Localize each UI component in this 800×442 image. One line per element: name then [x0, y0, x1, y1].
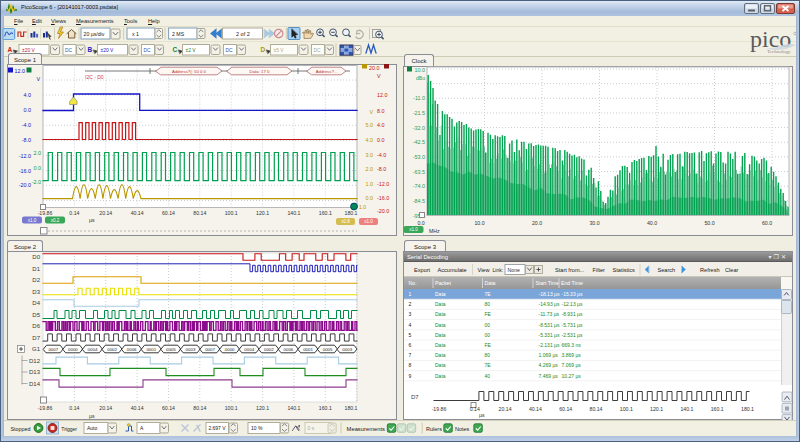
svg-text:5.0: 5.0	[366, 122, 374, 128]
svg-text:DC: DC	[226, 48, 234, 53]
svg-text:I2C - D0: I2C - D0	[85, 74, 104, 80]
svg-text:-11.73 µs: -11.73 µs	[539, 311, 560, 317]
svg-text:0002: 0002	[107, 347, 117, 352]
svg-text:7.069 µs: 7.069 µs	[562, 362, 582, 368]
svg-text:±5 V: ±5 V	[274, 48, 285, 53]
svg-text:40.14: 40.14	[131, 405, 144, 411]
svg-text:12.0: 12.0	[377, 92, 388, 98]
svg-text:D7: D7	[411, 394, 419, 400]
svg-text:DC: DC	[314, 48, 322, 53]
svg-text:0.14: 0.14	[69, 210, 79, 216]
svg-text:V: V	[377, 73, 381, 79]
svg-text:Trigger: Trigger	[61, 426, 77, 432]
svg-text:Rulers: Rulers	[426, 426, 442, 432]
svg-text:160.1: 160.1	[319, 210, 332, 216]
svg-text:x1.0: x1.0	[409, 227, 418, 232]
svg-text:180.1: 180.1	[741, 406, 754, 412]
svg-text:Accumulate: Accumulate	[438, 267, 467, 273]
svg-text:140.1: 140.1	[287, 210, 300, 216]
svg-text:40.14: 40.14	[131, 210, 144, 216]
svg-text:120.1: 120.1	[650, 406, 663, 412]
svg-text:-74.0: -74.0	[413, 183, 425, 189]
svg-text:-19.86: -19.86	[38, 210, 53, 216]
svg-text:MHz: MHz	[429, 228, 440, 234]
svg-text:8.0: 8.0	[377, 108, 385, 114]
svg-text:8: 8	[409, 362, 412, 368]
svg-text:-5.731 µs: -5.731 µs	[562, 322, 583, 328]
svg-text:-21.5: -21.5	[413, 110, 425, 116]
svg-text:Data: Data	[435, 301, 446, 307]
svg-text:140.1: 140.1	[287, 405, 300, 411]
svg-text:D6: D6	[32, 323, 40, 329]
svg-text:60.14: 60.14	[162, 405, 175, 411]
svg-text:0.0: 0.0	[24, 107, 32, 113]
svg-text:D3: D3	[32, 289, 40, 295]
svg-text:Packet: Packet	[435, 280, 451, 286]
svg-text:Refresh: Refresh	[700, 267, 720, 273]
svg-text:0002: 0002	[264, 347, 274, 352]
svg-text:0000: 0000	[225, 347, 235, 352]
svg-text:3.0: 3.0	[366, 152, 374, 158]
svg-text:End Time: End Time	[561, 280, 583, 286]
svg-text:-8.931 µs: -8.931 µs	[562, 311, 583, 317]
svg-text:Data: Data	[435, 291, 446, 297]
svg-text:0.14: 0.14	[69, 405, 79, 411]
svg-text:Data: 17 0: Data: 17 0	[250, 69, 270, 74]
svg-text:120.1: 120.1	[256, 210, 269, 216]
svg-text:FE: FE	[485, 311, 492, 317]
svg-text:Statistics: Statistics	[613, 267, 636, 273]
svg-text:DC: DC	[144, 48, 152, 53]
svg-text:20.14: 20.14	[499, 406, 512, 412]
svg-text:Export: Export	[414, 267, 431, 273]
svg-text:D0: D0	[32, 254, 40, 260]
svg-text:Data: Data	[435, 322, 446, 328]
svg-text:80.14: 80.14	[590, 406, 603, 412]
svg-text:0.0: 0.0	[34, 165, 42, 171]
svg-text:-14.93 µs: -14.93 µs	[539, 301, 560, 307]
svg-text:0003: 0003	[342, 347, 352, 352]
svg-text:20.0: 20.0	[532, 220, 542, 226]
svg-text:00: 00	[485, 322, 491, 328]
svg-text:0.0: 0.0	[366, 195, 374, 201]
svg-text:60.0: 60.0	[762, 220, 772, 226]
svg-text:D7: D7	[32, 335, 40, 341]
svg-text:80: 80	[485, 352, 491, 358]
svg-text:160.1: 160.1	[711, 406, 724, 412]
svg-text:60.14: 60.14	[162, 210, 175, 216]
svg-text:0001: 0001	[146, 347, 156, 352]
svg-text:0004: 0004	[244, 347, 254, 352]
svg-text:0.0: 0.0	[417, 220, 424, 226]
svg-text:D: D	[261, 46, 266, 53]
svg-text:00: 00	[485, 332, 491, 338]
svg-text:-2.531 µs: -2.531 µs	[562, 332, 583, 338]
svg-text:-5.331 µs: -5.331 µs	[539, 332, 560, 338]
svg-text:V: V	[36, 76, 40, 82]
svg-text:B: B	[88, 46, 93, 53]
svg-text:10.0: 10.0	[474, 220, 484, 226]
svg-text:40: 40	[485, 373, 491, 379]
svg-text:-19.86: -19.86	[432, 406, 447, 412]
svg-text:0000: 0000	[68, 347, 78, 352]
svg-text:2.0: 2.0	[366, 166, 374, 172]
svg-text:7: 7	[409, 352, 412, 358]
svg-text:D14: D14	[29, 381, 41, 387]
svg-text:100.1: 100.1	[225, 405, 238, 411]
svg-text:2.0: 2.0	[34, 150, 42, 156]
svg-text:Filter: Filter	[593, 267, 606, 273]
svg-text:669.3 ns: 669.3 ns	[562, 342, 582, 348]
svg-text:9: 9	[409, 373, 412, 379]
svg-text:Data: Data	[435, 332, 446, 338]
svg-text:80.14: 80.14	[193, 405, 206, 411]
svg-text:±2 V: ±2 V	[186, 48, 197, 53]
svg-text:100.1: 100.1	[620, 406, 633, 412]
svg-text:10.0: 10.0	[415, 67, 426, 73]
svg-text:FE: FE	[485, 342, 492, 348]
svg-text:V: V	[369, 109, 373, 115]
svg-text:-20.0: -20.0	[377, 208, 389, 214]
svg-text:x0.2: x0.2	[51, 218, 60, 223]
svg-text:±20 V: ±20 V	[101, 48, 114, 53]
svg-text:Data: Data	[435, 373, 446, 379]
svg-text:7E: 7E	[485, 291, 492, 297]
svg-text:Address?...: Address?...	[316, 69, 338, 74]
svg-text:4.0: 4.0	[24, 92, 32, 98]
